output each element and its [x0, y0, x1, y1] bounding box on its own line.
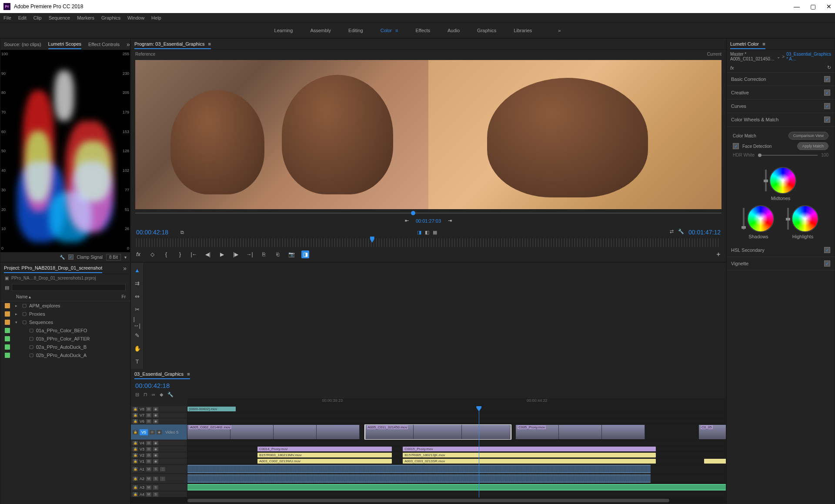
button-editor-icon[interactable]: +: [715, 250, 722, 258]
small-timecode[interactable]: 00:01:27:03: [416, 218, 441, 224]
hdr-white-value[interactable]: 100: [821, 153, 828, 157]
shadows-wheel[interactable]: [747, 205, 774, 232]
compare-split-icon[interactable]: ▦: [433, 230, 437, 235]
swap-icon[interactable]: ⇄: [670, 229, 674, 236]
slip-tool[interactable]: |↔|: [134, 318, 141, 326]
extract-icon[interactable]: ⎗: [274, 250, 281, 258]
wrench-icon[interactable]: 🔧: [678, 229, 684, 236]
clip[interactable]: B157R003_180213MV.mov: [257, 453, 392, 457]
program-playhead[interactable]: [370, 237, 374, 243]
project-item[interactable]: ▢02b_PPro_AutoDuck_A: [0, 351, 130, 359]
step-back-icon[interactable]: ◀|: [204, 250, 212, 258]
panel-overflow[interactable]: »: [127, 41, 130, 48]
tab-sequence[interactable]: 03_Essential_Graphics ≡: [134, 370, 190, 379]
shadows-luma-slider[interactable]: [743, 208, 745, 230]
wheels-toggle[interactable]: [824, 117, 830, 123]
clip[interactable]: C0_05: [699, 425, 726, 439]
clip[interactable]: A003_C002_0213WU.mov: [257, 459, 392, 464]
audio-clip[interactable]: [187, 465, 651, 473]
reset-icon[interactable]: ↻: [827, 65, 831, 70]
tab-program[interactable]: Program: 03_Essential_Graphics ≡: [134, 40, 211, 49]
minimize-button[interactable]: —: [794, 3, 800, 10]
highlights-wheel[interactable]: [792, 205, 818, 232]
fit-icon[interactable]: ⧉: [180, 230, 184, 235]
midtones-luma-slider[interactable]: [765, 170, 767, 191]
comparison-view-icon[interactable]: ◨: [301, 250, 309, 258]
menu-window[interactable]: Window: [127, 15, 144, 20]
clip[interactable]: [704, 459, 726, 464]
section-hsl-secondary[interactable]: HSL Secondary: [727, 244, 835, 257]
highlights-luma-slider[interactable]: [787, 208, 789, 230]
tab-lumetri-scopes[interactable]: Lumetri Scopes: [48, 40, 81, 49]
hand-tool[interactable]: ✋: [134, 344, 141, 352]
link-icon[interactable]: ∞: [152, 392, 155, 397]
project-item[interactable]: ▢01b_PPro_Color_AFTER: [0, 334, 130, 343]
face-detection-checkbox[interactable]: [733, 143, 739, 149]
go-in-icon[interactable]: |←: [190, 250, 198, 258]
settings-icon[interactable]: 🔧: [167, 392, 174, 397]
lift-icon[interactable]: ⎘: [260, 250, 267, 258]
project-path[interactable]: PPro_NA…8_Drop_01_screenshots1.prproj: [11, 276, 96, 280]
compare-vert-icon[interactable]: ◧: [425, 230, 429, 235]
clip[interactable]: A005_C002_0214KE.mov: [187, 425, 360, 439]
section-curves[interactable]: Curves: [727, 100, 835, 113]
ripple-tool[interactable]: ⇔: [134, 292, 141, 300]
track-select-tool[interactable]: ⇉: [134, 279, 141, 287]
sequence-link[interactable]: 03_Essential_Graphics * A…: [786, 52, 831, 61]
timeline-scrollbar[interactable]: [131, 497, 726, 504]
menu-markers[interactable]: Markers: [77, 15, 94, 20]
close-button[interactable]: ✕: [826, 3, 832, 10]
audio-clip[interactable]: [187, 484, 726, 491]
tab-effect-controls[interactable]: Effect Controls: [88, 40, 120, 49]
panel-overflow[interactable]: »: [123, 265, 127, 272]
type-tool[interactable]: T: [134, 357, 141, 365]
workspace-libraries[interactable]: Libraries: [514, 26, 532, 35]
wrench-icon[interactable]: 🔧: [60, 255, 65, 260]
marker-icon[interactable]: ◆: [160, 392, 163, 397]
workspace-learning[interactable]: Learning: [274, 26, 293, 35]
in-icon[interactable]: {: [162, 250, 170, 258]
section-basic-correction[interactable]: Basic Correction: [727, 73, 835, 86]
clip[interactable]: A003_C003_0213SR.mov: [403, 459, 656, 464]
export-frame-icon[interactable]: 📷: [287, 250, 295, 258]
fx-icon[interactable]: fx: [134, 250, 142, 258]
tab-lumetri-color[interactable]: Lumetri Color ≡: [730, 40, 765, 49]
bin-icon[interactable]: ▣: [5, 276, 9, 280]
tab-source[interactable]: Source: (no clips): [4, 40, 41, 49]
midtones-wheel[interactable]: [769, 167, 796, 194]
go-to-in-icon[interactable]: ⇤: [405, 218, 409, 224]
marker-icon[interactable]: ◇: [148, 250, 156, 258]
workspace-audio[interactable]: Audio: [448, 26, 460, 35]
step-fwd-icon[interactable]: |▶: [232, 250, 240, 258]
project-item[interactable]: ▢02a_PPro_AutoDuck_B: [0, 343, 130, 351]
timeline-playhead[interactable]: [479, 406, 479, 497]
snap-icon[interactable]: ⊓: [144, 392, 147, 397]
workspace-color[interactable]: Color ≡: [381, 26, 398, 35]
audio-clip[interactable]: [187, 474, 651, 483]
section-color-wheels[interactable]: Color Wheels & Match: [727, 113, 835, 127]
menu-edit[interactable]: Edit: [18, 15, 27, 20]
search-input[interactable]: [12, 284, 126, 291]
go-to-out-icon[interactable]: ⇥: [448, 218, 452, 224]
go-out-icon[interactable]: →|: [246, 250, 254, 258]
timeline-ruler[interactable]: 00:00:39:23 00:00:44:22: [187, 398, 726, 406]
clip[interactable]: [0000-00402].mov: [187, 407, 236, 411]
project-item[interactable]: ▾▢Sequences: [0, 318, 130, 326]
workspace-effects[interactable]: Effects: [416, 26, 430, 35]
timeline-timecode[interactable]: 00:00:42:18: [135, 382, 170, 389]
workspace-overflow[interactable]: »: [558, 28, 561, 33]
filter-icon[interactable]: ▤: [5, 285, 9, 290]
hdr-white-slider[interactable]: [758, 155, 818, 156]
clip[interactable]: C005_Proxy.mov: [516, 425, 645, 439]
fx-badge[interactable]: fx: [730, 65, 734, 70]
name-column[interactable]: Name ▴: [16, 294, 122, 299]
workspace-editing[interactable]: Editing: [348, 26, 363, 35]
program-timecode-left[interactable]: 00:00:42:18: [136, 229, 168, 236]
track-v5-header[interactable]: 🔒V5⊟◉Video 5: [131, 424, 187, 440]
workspace-assembly[interactable]: Assembly: [310, 26, 331, 35]
vignette-toggle[interactable]: [824, 260, 830, 267]
clip[interactable]: B157R005_180213jK.mov: [403, 453, 656, 457]
tab-project[interactable]: Project: PPro_NAB2018_Drop_01_screenshot: [4, 264, 102, 273]
section-vignette[interactable]: Vignette: [727, 257, 835, 270]
compare-side-icon[interactable]: ◨: [417, 230, 421, 235]
